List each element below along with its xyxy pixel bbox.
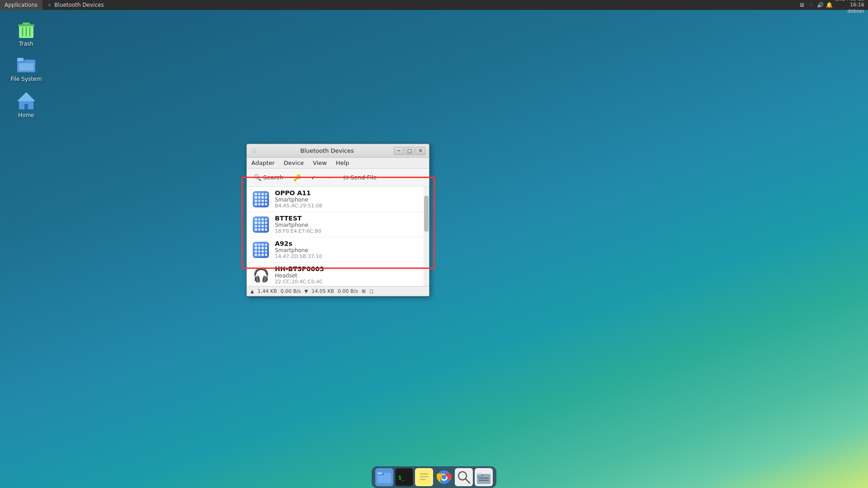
device-item-a92s[interactable]: A92s Smartphone 14:47:2D:5B:37:10 <box>247 237 429 263</box>
upload-speed: 0.00 B/s <box>280 288 301 294</box>
minus-icon: − <box>326 174 331 181</box>
dock: $_ <box>372 466 496 488</box>
check-icon: ✓ <box>311 174 316 181</box>
svg-line-26 <box>466 479 470 483</box>
filesystem-icon <box>15 53 37 75</box>
device-item-oppo[interactable]: OPPO A11 Smartphone B4:A5:AC:29:51:08 <box>247 187 429 212</box>
bt-menubar: Adapter Device View Help <box>247 158 429 169</box>
taskbar-tray: ⊞ ♢ 🔊 🔔 2024-03-19 16:16 debian <box>798 0 868 14</box>
home-label: Home <box>18 112 34 118</box>
bt-taskbar-icon: ⚪ <box>46 2 52 8</box>
bt-window-title: Bluetooth Devices <box>260 147 394 154</box>
svg-point-24 <box>442 475 446 479</box>
send-file-button[interactable]: ✉ Send File <box>340 173 380 183</box>
download-speed: 0.00 B/s <box>338 288 358 294</box>
scrollbar-thumb[interactable] <box>424 196 429 232</box>
status-icon2: ◻ <box>369 288 373 294</box>
taskbar-top: Applications ⚪ Bluetooth Devices ⊞ ♢ 🔊 🔔… <box>0 0 868 10</box>
desktop-icon-home[interactable]: Home <box>8 88 44 120</box>
dock-files[interactable] <box>375 468 393 486</box>
device-mac-bttest: 18:F0:E4:E7:6C:B0 <box>275 228 425 234</box>
device-name-headset: HH-BTSP0003 <box>275 265 425 272</box>
status-icon1: ⊞ <box>362 288 366 294</box>
device-name-bttest: BTTEST <box>275 215 425 222</box>
device-type-a92s: Smartphone <box>275 247 425 253</box>
bt-taskbar-item[interactable]: ⚪ Bluetooth Devices <box>42 0 107 10</box>
hostname-display: debian <box>847 8 864 14</box>
search-button[interactable]: 🔍 Search <box>250 173 287 183</box>
device-mac-headset: 22:CC:20:4C:C0:4C <box>275 279 425 285</box>
device-info-oppo: OPPO A11 Smartphone B4:A5:AC:29:51:08 <box>275 189 425 209</box>
device-icon-oppo <box>251 190 270 209</box>
download-size: 14.05 KB <box>311 288 334 294</box>
dock-notes[interactable] <box>415 468 433 486</box>
bt-window-icon: ♢ <box>250 147 258 155</box>
device-type-oppo: Smartphone <box>275 197 425 203</box>
bt-statusbar: ▲ 1.44 KB 0.00 B/s ▼ 14.05 KB 0.00 B/s ⊞… <box>247 286 429 296</box>
dock-search[interactable] <box>455 468 473 486</box>
svg-rect-18 <box>418 471 430 484</box>
dock-chrome[interactable] <box>435 468 453 486</box>
menu-view[interactable]: View <box>308 158 331 169</box>
close-button[interactable]: ✕ <box>415 147 425 155</box>
download-icon: ▼ <box>304 289 308 294</box>
device-type-headset: Headset <box>275 272 425 279</box>
svg-rect-2 <box>18 24 34 26</box>
desktop-icon-filesystem[interactable]: File System <box>8 52 44 84</box>
notification-icon[interactable]: 🔔 <box>826 1 833 9</box>
svg-marker-11 <box>17 92 35 101</box>
desktop: Applications ⚪ Bluetooth Devices ⊞ ♢ 🔊 🔔… <box>0 0 868 488</box>
device-info-headset: HH-BTSP0003 Headset 22:CC:20:4C:C0:4C <box>275 265 425 285</box>
filesystem-label: File System <box>11 76 42 82</box>
dock-terminal[interactable]: $_ <box>395 468 413 486</box>
device-type-bttest: Smartphone <box>275 222 425 228</box>
device-item-bttest[interactable]: BTTEST Smartphone 18:F0:E4:E7:6C:B0 <box>247 212 429 237</box>
device-info-a92s: A92s Smartphone 14:47:2D:5B:37:10 <box>275 240 425 259</box>
remove-button[interactable]: − <box>323 173 335 183</box>
bt-titlebar[interactable]: ♢ Bluetooth Devices − □ ✕ <box>247 144 429 158</box>
bt-toolbar: 🔍 Search 🔑 ✓ − ✉ Send File <box>247 169 429 187</box>
search-label: Search <box>263 174 283 181</box>
dock-filemanager[interactable] <box>475 468 493 486</box>
menu-device[interactable]: Device <box>279 158 308 169</box>
home-icon <box>15 89 37 111</box>
scrollbar-track <box>424 187 429 286</box>
pair-button[interactable]: 🔑 <box>290 173 304 183</box>
maximize-button[interactable]: □ <box>405 147 415 155</box>
menu-adapter[interactable]: Adapter <box>247 158 279 169</box>
upload-size: 1.44 KB <box>258 288 277 294</box>
desktop-icon-trash[interactable]: Trash <box>8 16 44 49</box>
device-mac-a92s: 14:47:2D:5B:37:10 <box>275 253 425 259</box>
key-icon: 🔑 <box>293 174 301 181</box>
bt-device-list: OPPO A11 Smartphone B4:A5:AC:29:51:08 <box>247 187 429 286</box>
device-info-bttest: BTTEST Smartphone 18:F0:E4:E7:6C:B0 <box>275 215 425 234</box>
trash-label: Trash <box>19 41 33 47</box>
bt-taskbar-label: Bluetooth Devices <box>54 2 104 8</box>
network-icon[interactable]: ⊞ <box>798 1 806 9</box>
device-icon-headset: 🎧 <box>251 266 270 285</box>
menu-help[interactable]: Help <box>331 158 354 169</box>
search-icon: 🔍 <box>254 174 261 181</box>
bluetooth-tray-icon[interactable]: ♢ <box>807 1 815 9</box>
minimize-button[interactable]: − <box>394 147 404 155</box>
trash-icon <box>15 18 37 40</box>
svg-rect-8 <box>17 58 24 61</box>
trust-button[interactable]: ✓ <box>308 173 320 183</box>
datetime-widget: 2024-03-19 16:16 debian <box>835 0 864 14</box>
bt-window: ♢ Bluetooth Devices − □ ✕ Adapter Device… <box>246 144 429 296</box>
svg-rect-29 <box>477 473 481 475</box>
svg-text:$_: $_ <box>398 474 405 481</box>
device-icon-a92s <box>251 240 270 259</box>
svg-rect-30 <box>479 478 489 479</box>
applications-menu[interactable]: Applications <box>0 0 42 10</box>
svg-rect-12 <box>24 104 28 109</box>
upload-icon: ▲ <box>250 289 254 294</box>
device-mac-oppo: B4:A5:AC:29:51:08 <box>275 203 425 209</box>
send-icon: ✉ <box>343 174 349 181</box>
titlebar-buttons: − □ ✕ <box>394 147 425 155</box>
device-name-oppo: OPPO A11 <box>275 189 425 197</box>
device-item-headset[interactable]: 🎧 HH-BTSP0003 Headset 22:CC:20:4C:C0:4C <box>247 263 429 286</box>
device-icon-bttest <box>251 215 270 234</box>
volume-icon[interactable]: 🔊 <box>816 1 824 9</box>
svg-rect-15 <box>377 472 382 474</box>
